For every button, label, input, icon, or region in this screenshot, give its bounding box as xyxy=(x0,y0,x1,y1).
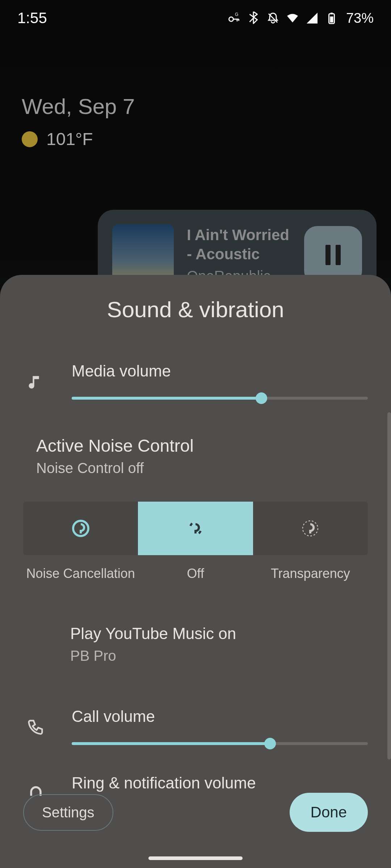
anc-nc-icon xyxy=(71,518,91,539)
anc-labels: Noise Cancellation Off Transparency xyxy=(23,566,368,581)
play-on-row[interactable]: Play YouTube Music on PB Pro xyxy=(23,625,368,664)
weather-widget[interactable]: 101°F xyxy=(22,129,369,149)
battery-percent: 73% xyxy=(346,10,374,26)
anc-label-off: Off xyxy=(138,566,253,581)
phone-icon xyxy=(23,707,49,737)
anc-option-noise-cancellation[interactable] xyxy=(23,502,138,555)
pause-icon xyxy=(325,245,341,265)
media-volume-row: Media volume xyxy=(23,362,368,400)
status-icons: G 73% xyxy=(227,10,374,26)
music-note-icon xyxy=(23,362,49,392)
bluetooth-icon xyxy=(247,12,260,25)
anc-subtitle: Noise Control off xyxy=(23,460,368,476)
dnd-icon xyxy=(266,12,279,25)
navigation-handle[interactable] xyxy=(148,856,243,860)
svg-point-0 xyxy=(229,17,233,21)
signal-icon xyxy=(306,12,319,25)
scrollbar[interactable] xyxy=(387,412,391,760)
weather-temp: 101°F xyxy=(46,129,93,149)
ring-volume-label: Ring & notification volume xyxy=(72,774,368,792)
anc-label-nc: Noise Cancellation xyxy=(23,566,138,581)
sheet-actions: Settings Done xyxy=(23,793,368,832)
status-bar: 1:55 G 73% xyxy=(0,0,391,36)
sound-vibration-sheet: Sound & vibration Media volume Active No… xyxy=(0,275,391,868)
media-volume-slider[interactable] xyxy=(72,397,368,400)
anc-option-transparency[interactable] xyxy=(253,502,368,555)
vpn-key-icon: G xyxy=(227,12,240,25)
anc-section: Active Noise Control Noise Control off N… xyxy=(23,436,368,581)
wifi-icon xyxy=(286,12,299,25)
anc-title: Active Noise Control xyxy=(23,436,368,456)
play-on-label: Play YouTube Music on xyxy=(70,625,368,643)
call-volume-label: Call volume xyxy=(72,707,368,726)
media-title: I Ain't Worried - Acoustic xyxy=(187,226,291,264)
call-volume-row: Call volume xyxy=(23,707,368,745)
anc-toggle-group xyxy=(23,502,368,555)
svg-text:G: G xyxy=(235,12,238,17)
call-volume-slider[interactable] xyxy=(72,742,368,745)
svg-point-6 xyxy=(303,521,318,536)
sun-icon xyxy=(22,131,38,147)
battery-icon xyxy=(325,12,338,25)
anc-label-transparency: Transparency xyxy=(253,566,368,581)
settings-button[interactable]: Settings xyxy=(23,794,113,831)
anc-option-off[interactable] xyxy=(138,502,253,555)
anc-transparency-icon xyxy=(300,518,320,539)
play-on-device: PB Pro xyxy=(70,648,368,664)
sheet-title: Sound & vibration xyxy=(23,297,368,322)
done-button[interactable]: Done xyxy=(290,793,368,832)
home-screen-content: Wed, Sep 7 101°F xyxy=(22,94,369,149)
svg-point-5 xyxy=(73,521,88,536)
media-volume-label: Media volume xyxy=(72,362,368,380)
anc-off-icon xyxy=(185,518,206,539)
svg-rect-4 xyxy=(330,17,333,23)
svg-rect-3 xyxy=(331,13,333,14)
status-time: 1:55 xyxy=(17,9,47,27)
home-date: Wed, Sep 7 xyxy=(22,94,369,119)
